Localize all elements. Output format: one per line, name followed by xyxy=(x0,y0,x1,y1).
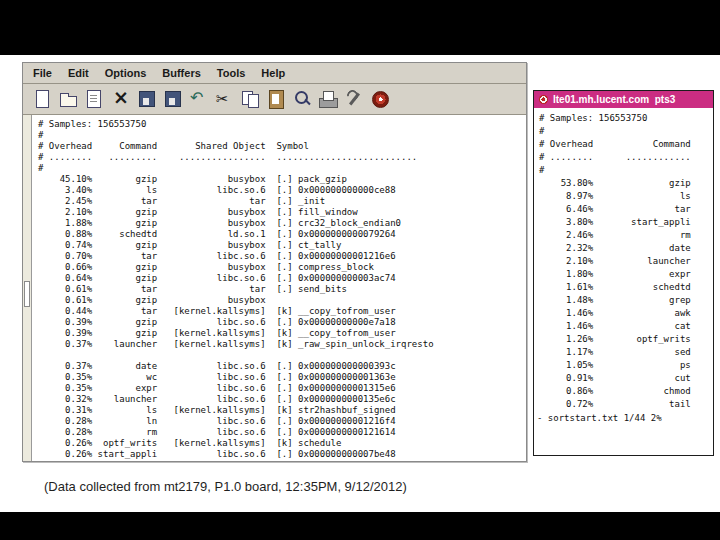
menu-item[interactable]: Tools xyxy=(217,67,246,79)
copy-icon[interactable] xyxy=(239,88,261,110)
close-buffer-icon[interactable] xyxy=(109,88,131,110)
save-as-icon[interactable] xyxy=(161,88,183,110)
terminal-text[interactable]: # Samples: 156553750 # # Overhead Comman… xyxy=(534,108,713,411)
search-icon[interactable] xyxy=(291,88,313,110)
terminal-title: lte01.mh.lucent.com pts3 xyxy=(553,94,675,105)
dired-icon[interactable] xyxy=(83,88,105,110)
print-icon[interactable] xyxy=(317,88,339,110)
menu-item[interactable]: Edit xyxy=(68,67,89,79)
terminal-status-line: - sortstart.txt 1/44 2% xyxy=(534,411,713,425)
save-icon[interactable] xyxy=(135,88,157,110)
open-folder-icon[interactable] xyxy=(57,88,79,110)
editor-toolbar xyxy=(23,84,526,115)
menu-item[interactable]: Help xyxy=(261,67,285,79)
paste-icon[interactable] xyxy=(265,88,287,110)
new-file-icon[interactable] xyxy=(31,88,53,110)
editor-scrollbar-thumb[interactable] xyxy=(24,281,30,307)
help-icon[interactable] xyxy=(369,88,391,110)
editor-scrollbar[interactable] xyxy=(23,115,32,461)
terminal-window: lte01.mh.lucent.com pts3 # Samples: 1565… xyxy=(533,90,714,456)
menu-item[interactable]: File xyxy=(33,67,52,79)
caption-text: (Data collected from mt2179, P1.0 board,… xyxy=(44,479,407,494)
editor-menubar: File Edit Options Buffers Tools Help xyxy=(23,63,526,84)
menu-item[interactable]: Buffers xyxy=(162,67,201,79)
undo-icon[interactable] xyxy=(187,88,209,110)
menu-item[interactable]: Options xyxy=(105,67,147,79)
editor-buffer-area: # Samples: 156553750 # # Overhead Comman… xyxy=(23,115,526,461)
editor-window: File Edit Options Buffers Tools Help # S… xyxy=(22,62,527,462)
terminal-titlebar[interactable]: lte01.mh.lucent.com pts3 xyxy=(534,91,713,108)
cut-icon[interactable] xyxy=(213,88,235,110)
editor-buffer-text[interactable]: # Samples: 156553750 # # Overhead Comman… xyxy=(32,115,526,461)
customize-icon[interactable] xyxy=(343,88,365,110)
terminal-window-icon xyxy=(539,95,548,104)
slide: File Edit Options Buffers Tools Help # S… xyxy=(0,0,720,540)
slide-body: File Edit Options Buffers Tools Help # S… xyxy=(0,55,720,512)
